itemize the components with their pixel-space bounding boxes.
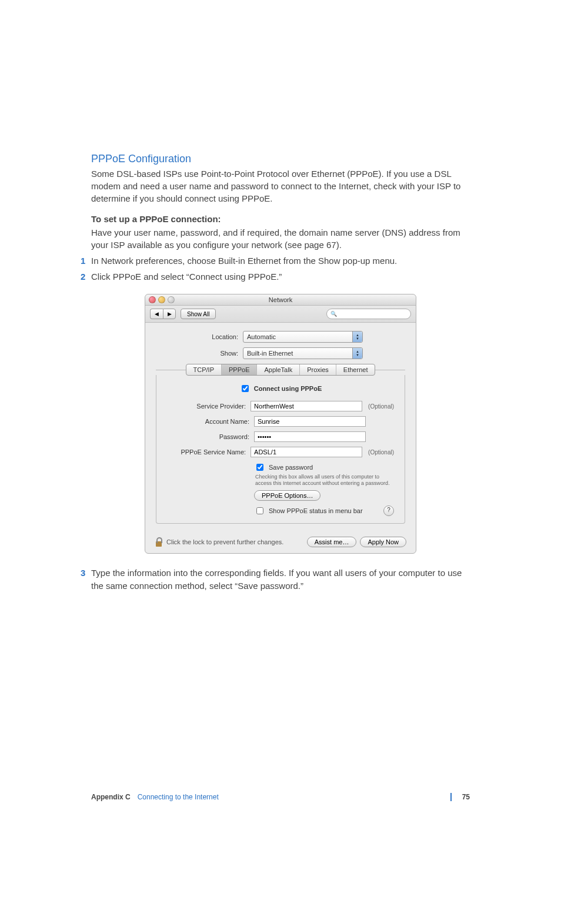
password-input[interactable] bbox=[254, 431, 366, 442]
page-footer: Appendix C Connecting to the Internet 75 bbox=[91, 793, 470, 801]
show-status-menubar-checkbox[interactable]: Show PPPoE status in menu bar bbox=[254, 505, 363, 516]
save-password-checkbox[interactable]: Save password bbox=[254, 462, 313, 473]
intro-paragraph: Some DSL-based ISPs use Point-to-Point P… bbox=[91, 168, 470, 205]
close-icon[interactable] bbox=[149, 296, 156, 303]
pppoe-service-name-input[interactable] bbox=[251, 447, 362, 457]
search-icon: 🔍 bbox=[330, 311, 337, 317]
zoom-icon[interactable] bbox=[168, 296, 175, 303]
service-provider-label: Service Provider: bbox=[167, 403, 251, 410]
location-label: Location: bbox=[156, 333, 243, 340]
window-title: Network bbox=[269, 296, 292, 303]
search-input[interactable]: 🔍 bbox=[326, 309, 411, 319]
section-heading: PPPoE Configuration bbox=[91, 153, 470, 165]
show-value: Built-in Ethernet bbox=[247, 350, 293, 357]
save-password-hint: Checking this box allows all users of th… bbox=[255, 474, 394, 487]
lock-icon[interactable] bbox=[155, 537, 163, 547]
step-1-text: In Network preferences, choose Built-in … bbox=[91, 256, 397, 266]
show-select[interactable]: Built-in Ethernet ▲▼ bbox=[243, 347, 363, 359]
tab-strip: TCP/IP PPPoE AppleTalk Proxies Ethernet bbox=[186, 364, 376, 376]
footer-page-number: 75 bbox=[450, 793, 470, 801]
save-password-label: Save password bbox=[269, 464, 313, 471]
forward-button[interactable]: ▶ bbox=[163, 309, 176, 319]
account-name-label: Account Name: bbox=[167, 418, 254, 425]
show-all-button[interactable]: Show All bbox=[181, 309, 216, 319]
step-3: 3Type the information into the correspon… bbox=[91, 567, 470, 593]
tab-proxies[interactable]: Proxies bbox=[300, 364, 336, 375]
apply-now-button[interactable]: Apply Now bbox=[360, 537, 406, 547]
show-label: Show: bbox=[156, 350, 243, 357]
network-preferences-window: Network ◀ ▶ Show All 🔍 Location: Automat… bbox=[145, 294, 416, 554]
minimize-icon[interactable] bbox=[158, 296, 165, 303]
tab-pppoe[interactable]: PPPoE bbox=[222, 364, 257, 375]
back-button[interactable]: ◀ bbox=[150, 309, 163, 319]
tab-ethernet[interactable]: Ethernet bbox=[336, 364, 375, 375]
footer-appendix: Appendix C bbox=[91, 793, 131, 801]
show-status-input[interactable] bbox=[256, 507, 263, 514]
show-status-label: Show PPPoE status in menu bar bbox=[269, 507, 363, 514]
password-label: Password: bbox=[167, 433, 254, 440]
step-2: 2Click PPPoE and select “Connect using P… bbox=[91, 270, 470, 284]
help-button[interactable]: ? bbox=[383, 505, 394, 516]
service-provider-optional: (Optional) bbox=[368, 403, 394, 410]
updown-icon: ▲▼ bbox=[352, 348, 362, 359]
howto-body: Have your user name, password, and if re… bbox=[91, 226, 470, 251]
assist-me-button[interactable]: Assist me… bbox=[307, 537, 357, 547]
service-provider-input[interactable] bbox=[251, 401, 362, 411]
tab-appletalk[interactable]: AppleTalk bbox=[257, 364, 300, 375]
location-select[interactable]: Automatic ▲▼ bbox=[243, 331, 363, 343]
connect-label: Connect using PPPoE bbox=[254, 385, 322, 392]
pppoe-options-button[interactable]: PPPoE Options… bbox=[254, 490, 320, 501]
updown-icon: ▲▼ bbox=[352, 332, 362, 342]
step-3-text: Type the information into the correspond… bbox=[91, 568, 462, 591]
pppoe-service-name-label: PPPoE Service Name: bbox=[167, 448, 251, 456]
window-titlebar: Network bbox=[145, 294, 416, 306]
footer-chapter: Connecting to the Internet bbox=[138, 793, 219, 801]
pppoe-service-optional: (Optional) bbox=[368, 449, 394, 456]
step-2-text: Click PPPoE and select “Connect using PP… bbox=[91, 272, 282, 282]
connect-checkbox-input[interactable] bbox=[242, 385, 249, 392]
connect-using-pppoe-checkbox[interactable]: Connect using PPPoE bbox=[239, 383, 322, 394]
window-toolbar: ◀ ▶ Show All 🔍 bbox=[145, 306, 416, 323]
search-field[interactable] bbox=[337, 310, 414, 318]
step-1: 1In Network preferences, choose Built-in… bbox=[91, 255, 470, 268]
save-password-input[interactable] bbox=[256, 464, 263, 471]
tab-tcpip[interactable]: TCP/IP bbox=[186, 364, 222, 375]
lock-text: Click the lock to prevent further change… bbox=[166, 538, 283, 545]
location-value: Automatic bbox=[247, 333, 276, 340]
account-name-input[interactable] bbox=[254, 416, 366, 427]
howto-heading: To set up a PPPoE connection: bbox=[91, 213, 470, 225]
window-traffic-lights[interactable] bbox=[149, 296, 175, 303]
